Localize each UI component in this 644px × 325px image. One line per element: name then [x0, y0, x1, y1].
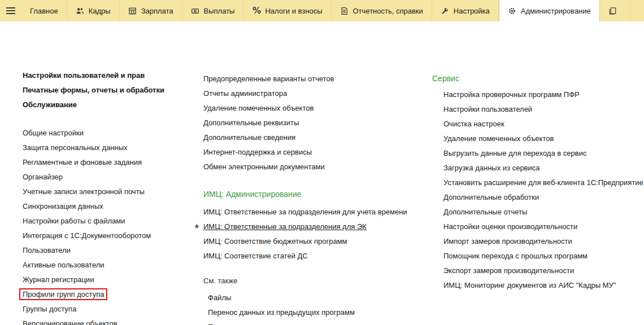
column-reports: ★ Предопределенные варианты отчетов ★ От…: [203, 71, 407, 325]
nav-link[interactable]: ★ Учетные записи электронной почты: [23, 184, 164, 199]
nav-link[interactable]: ★ Выгрузить данные для перехода в сервис: [432, 146, 643, 160]
nav-link[interactable]: ★ ИМЦ: Ответственные за подразделения дл…: [203, 204, 407, 219]
nav-link[interactable]: ★ Защита персональных данных: [23, 140, 164, 155]
nav-link[interactable]: ★ Предопределенные варианты отчетов: [203, 71, 407, 86]
nav-link[interactable]: ★ Импорт замеров производительности: [432, 234, 643, 248]
col2-top-links: ★ Предопределенные варианты отчетов ★ От…: [203, 71, 407, 174]
tab-label: Главное: [30, 7, 58, 15]
nav-link[interactable]: ★ Дополнительные сведения: [203, 130, 407, 144]
nav-link[interactable]: ★ Удаление помеченных объектов: [432, 131, 643, 146]
col1-links: ★ Общие настройки ★ Защита персональных …: [23, 125, 164, 325]
col2-see-also-links: ★ Файлы ★ Перенос данных из предыдущих п…: [203, 290, 407, 325]
nav-link[interactable]: ★ Дополнительные отчеты: [432, 204, 643, 219]
nav-link[interactable]: ★ Группы доступа: [23, 301, 164, 316]
nav-link[interactable]: ★ Пользователи: [23, 243, 164, 257]
nav-link[interactable]: ★ Профили групп доступа: [23, 287, 164, 301]
tab-nastroyka[interactable]: Настройка: [432, 0, 499, 21]
nav-link[interactable]: ★ Удаление помеченных объектов: [203, 100, 407, 115]
nav-link[interactable]: ★ ИМЦ: Мониторинг документов из АИС "Кад…: [432, 278, 643, 292]
tab-glavnoe[interactable]: Главное: [21, 0, 67, 21]
nav-link[interactable]: ★ П: [203, 319, 407, 325]
nav-link[interactable]: ★ Установить расширение для веб-клиента …: [432, 175, 643, 190]
section-panel: Главное Кадры Зарплата Выплаты % Налоги …: [0, 0, 644, 21]
banknote-icon: [191, 6, 200, 15]
nav-link[interactable]: ★ Отчеты администратора: [203, 86, 407, 100]
nav-link[interactable]: ★ Синхронизация данных: [23, 199, 164, 213]
nav-link[interactable]: ★ Загрузка данных из сервиса: [432, 160, 643, 175]
see-also-header: См. также: [203, 273, 407, 288]
tab-label: Настройка: [454, 7, 490, 15]
nav-link[interactable]: ★ Органайзер: [23, 169, 164, 184]
nav-link[interactable]: ★ Журнал регистрации: [23, 272, 164, 287]
percent-icon: %: [252, 6, 261, 15]
tab-administrirovanie[interactable]: Администрирование: [499, 0, 600, 21]
people-icon: [76, 6, 85, 15]
group-header-imc-administrirovanie: ИМЦ: Администрирование: [203, 185, 407, 203]
tab-label: Зарплата: [141, 7, 173, 15]
nav-link[interactable]: ★ Файлы: [203, 290, 407, 305]
nav-link[interactable]: ★ Очистка настроек: [432, 116, 643, 131]
tab-label: Отчетность, справки: [353, 7, 423, 15]
tab-nalogi-vznosy[interactable]: % Налоги и взносы: [243, 0, 331, 21]
nav-group-link[interactable]: ★ Печатные формы, отчеты и обработки: [23, 82, 164, 97]
column-settings: ★ Настройки пользователей и прав ★ Печат…: [23, 68, 164, 325]
col2-imc-links: ★ ИМЦ: Ответственные за подразделения дл…: [203, 204, 407, 263]
nav-group-link[interactable]: ★ Настройки пользователей и прав: [23, 68, 164, 82]
gear-icon: [508, 6, 517, 15]
nav-link[interactable]: ★ Версионирование объектов: [23, 316, 164, 325]
nav-link[interactable]: ★ ИМЦ: Соответствие бюджетных программ: [203, 234, 407, 248]
nav-group-link[interactable]: ★ Обслуживание: [23, 97, 164, 112]
nav-link[interactable]: ★ Общие настройки: [23, 125, 164, 140]
nav-link[interactable]: ★ Помощник перехода с прошлых программ: [432, 248, 643, 263]
tab-label: Администрирование: [521, 7, 591, 15]
nav-link[interactable]: ★ Регламентные и фоновые задания: [23, 155, 164, 169]
column-servis: Сервис ★ Настройка проверочных программ …: [432, 70, 643, 292]
nav-link[interactable]: ★ ИМЦ: Соответствие статей ДС: [203, 248, 407, 263]
table-icon: [128, 6, 137, 15]
tab-vyplaty[interactable]: Выплаты: [182, 0, 244, 21]
nav-link[interactable]: ★ Активные пользователи: [23, 257, 164, 272]
nav-link[interactable]: ★ Настройки пользователей: [432, 102, 643, 116]
tab-label: Кадры: [89, 7, 111, 15]
nav-link[interactable]: ★ Интеграция с 1С:Документооборотом: [23, 228, 164, 243]
main-menu-button[interactable]: [0, 0, 21, 21]
star-icon: ★: [194, 222, 203, 230]
tab-zarplata[interactable]: Зарплата: [120, 0, 182, 21]
nav-link[interactable]: ★ Дополнительные обработки: [432, 190, 643, 204]
nav-link[interactable]: ★ Интернет-поддержка и сервисы: [203, 144, 407, 159]
hamburger-icon: [6, 7, 15, 8]
tab-label: Налоги и взносы: [265, 7, 322, 15]
nav-link[interactable]: ★ Перенос данных из предыдущих программ: [203, 305, 407, 319]
tab-kadry[interactable]: Кадры: [67, 0, 120, 21]
wrench-icon: [441, 6, 450, 15]
nav-link[interactable]: ★ ИМЦ: Ответственные за подразделения дл…: [203, 219, 407, 234]
nav-link[interactable]: ★ Дополнительные реквизиты: [203, 115, 407, 130]
report-icon: [340, 6, 349, 15]
nav-link[interactable]: ★ Настройка проверочных программ ПФР: [432, 87, 643, 102]
nav-link[interactable]: ★ Настройки работы с файлами: [23, 213, 164, 228]
tab-otchetnost-spravki[interactable]: Отчетность, справки: [332, 0, 432, 21]
group-header-servis: Сервис: [432, 70, 643, 87]
documents-icon: [608, 6, 617, 15]
col3-links: ★ Настройка проверочных программ ПФР ★ Н…: [432, 87, 643, 292]
nav-link[interactable]: ★ Экспорт замеров производительности: [432, 263, 643, 278]
tab-label: Выплаты: [204, 7, 235, 15]
nav-link[interactable]: ★ Обмен электронными документами: [203, 159, 407, 174]
col1-bold-links: ★ Настройки пользователей и прав ★ Печат…: [23, 68, 164, 112]
nav-link[interactable]: ★ Настройки оценки производительности: [432, 219, 643, 234]
tab-partial[interactable]: [600, 0, 630, 21]
